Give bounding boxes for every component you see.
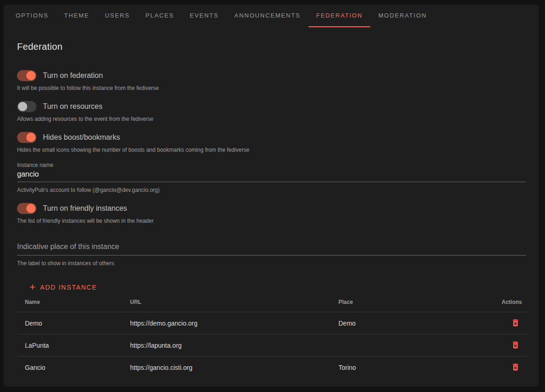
- boost-bookmarks-toggle[interactable]: [17, 132, 36, 143]
- instance-name-hint: ActivityPub's account to follow (@gancio…: [17, 186, 525, 194]
- tab-announcements[interactable]: ANNOUNCEMENTS: [226, 5, 308, 27]
- resources-toggle-hint: Allows adding resources to the event fro…: [17, 115, 525, 123]
- resources-toggle[interactable]: [17, 101, 36, 112]
- boost-bookmarks-toggle-label: Hides boost/bookmarks: [43, 133, 120, 142]
- cell-url: https://lapunta.org: [123, 334, 331, 356]
- instance-place-field: The label to show in instances of others: [17, 240, 525, 267]
- delete-instance-button[interactable]: [510, 339, 521, 350]
- table-row: Gancio https://gancio.cisti.org Torino: [18, 356, 527, 379]
- friendly-instances-toggle-label: Turn on friendly instances: [43, 204, 127, 213]
- instances-table: Name URL Place Actions Demo https://demo…: [18, 299, 527, 379]
- table-row: Demo https://demo.gancio.org Demo: [18, 312, 527, 334]
- header-url: URL: [123, 299, 331, 312]
- federation-toggle-hint: It will be possible to follow this insta…: [17, 84, 525, 92]
- add-instance-button[interactable]: ADD INSTANCE: [25, 279, 100, 295]
- cell-name: LaPunta: [18, 334, 123, 356]
- resources-toggle-label: Turn on resources: [43, 102, 102, 111]
- instance-name-field: Instance name ActivityPub's account to f…: [17, 162, 525, 194]
- tab-federation[interactable]: FEDERATION: [308, 5, 371, 27]
- toggle-thumb: [26, 71, 36, 80]
- page-title: Federation: [17, 42, 525, 52]
- setting-boost-bookmarks: Hides boost/bookmarks Hides the small ic…: [17, 131, 525, 154]
- delete-forever-icon: [511, 340, 520, 350]
- tab-events[interactable]: EVENTS: [182, 5, 227, 27]
- table-header-row: Name URL Place Actions: [18, 299, 527, 312]
- table-row: LaPunta https://lapunta.org: [18, 334, 527, 356]
- header-actions: Actions: [483, 299, 527, 312]
- tab-options[interactable]: OPTIONS: [8, 5, 56, 27]
- delete-instance-button[interactable]: [510, 362, 521, 373]
- delete-forever-icon: [511, 318, 520, 327]
- toggle-thumb: [18, 102, 27, 111]
- instance-place-input[interactable]: [17, 240, 526, 255]
- cell-url: https://demo.gancio.org: [123, 312, 331, 334]
- instance-name-label: Instance name: [17, 162, 525, 168]
- setting-friendly-instances: Turn on friendly instances The list of f…: [17, 202, 525, 225]
- instance-place-hint: The label to show in instances of others: [17, 260, 525, 267]
- cell-name: Demo: [18, 312, 123, 334]
- federation-toggle-label: Turn on federation: [43, 71, 103, 80]
- delete-instance-button[interactable]: [510, 317, 521, 328]
- federation-toggle[interactable]: [17, 70, 36, 81]
- add-instance-label: ADD INSTANCE: [40, 284, 97, 291]
- friendly-instances-toggle-hint: The list of friendly instances will be s…: [17, 217, 525, 225]
- cell-place: [331, 334, 483, 356]
- toggle-thumb: [26, 204, 36, 213]
- toggle-thumb: [26, 133, 36, 142]
- header-place: Place: [331, 299, 483, 312]
- plus-icon: [28, 283, 37, 291]
- tab-theme[interactable]: THEME: [56, 5, 97, 27]
- friendly-instances-toggle[interactable]: [17, 203, 36, 214]
- instance-name-input[interactable]: [17, 168, 526, 182]
- admin-panel: OPTIONS THEME USERS PLACES EVENTS ANNOUN…: [4, 5, 539, 386]
- tab-places[interactable]: PLACES: [137, 5, 182, 27]
- cell-place: Torino: [331, 356, 483, 379]
- setting-resources: Turn on resources Allows adding resource…: [17, 100, 525, 123]
- delete-forever-icon: [511, 362, 520, 372]
- header-name: Name: [18, 299, 123, 312]
- boost-bookmarks-toggle-hint: Hides the small icons showing the number…: [17, 146, 525, 154]
- admin-tabbar: OPTIONS THEME USERS PLACES EVENTS ANNOUN…: [4, 5, 539, 27]
- cell-name: Gancio: [18, 356, 123, 379]
- tab-users[interactable]: USERS: [97, 5, 138, 27]
- federation-content: Federation Turn on federation It will be…: [4, 42, 539, 379]
- tab-moderation[interactable]: MODERATION: [370, 5, 434, 27]
- cell-url: https://gancio.cisti.org: [123, 356, 331, 379]
- setting-federation: Turn on federation It will be possible t…: [17, 69, 525, 92]
- cell-place: Demo: [331, 312, 483, 334]
